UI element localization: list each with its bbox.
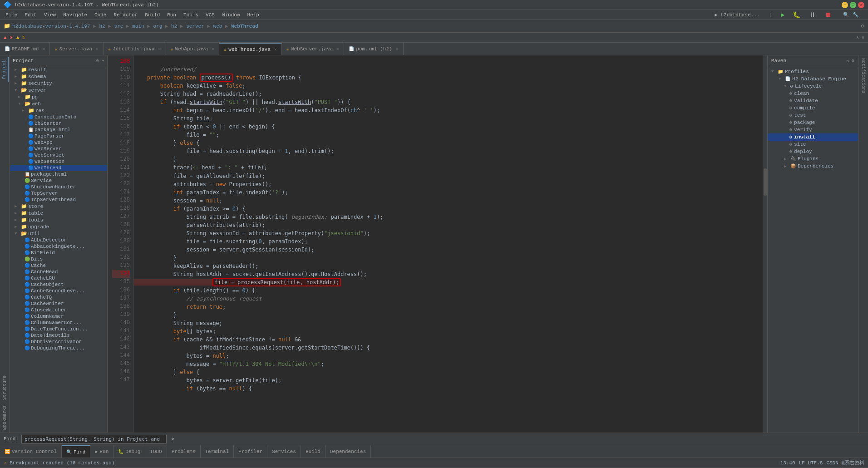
maximize-button[interactable]: □ bbox=[850, 2, 856, 8]
tree-datetimefunction[interactable]: ▶ 🔵 DateTimeFunction... bbox=[10, 326, 107, 332]
warning-count[interactable]: ▲ 1 bbox=[16, 35, 25, 40]
tree-table[interactable]: ▶ 📁 table bbox=[10, 210, 107, 217]
menu-file[interactable]: File bbox=[2, 11, 21, 19]
tree-webserver-node[interactable]: ▶ 🔵 WebServer bbox=[10, 146, 107, 152]
tab-close[interactable]: ✕ bbox=[158, 46, 161, 52]
tab-problems[interactable]: Problems bbox=[167, 445, 201, 458]
scrollbar-thumb[interactable] bbox=[764, 168, 767, 196]
tree-webthread[interactable]: ▶ 🔵 WebThread bbox=[10, 165, 107, 171]
close-button[interactable]: ✕ bbox=[858, 2, 864, 8]
tab-webthread[interactable]: ☕ WebThread.java ✕ bbox=[219, 43, 281, 55]
maven-verify[interactable]: ⚙ verify bbox=[768, 126, 858, 133]
tab-terminal[interactable]: Terminal bbox=[201, 445, 234, 458]
menu-refactor[interactable]: Refactor bbox=[110, 11, 141, 19]
maven-package[interactable]: ⚙ package bbox=[768, 119, 858, 126]
tree-tools[interactable]: ▶ 📁 tools bbox=[10, 217, 107, 223]
project-tab[interactable]: Project bbox=[1, 57, 9, 82]
tab-jdbcutils[interactable]: ☕ JdbcUtils.java ✕ bbox=[104, 43, 166, 55]
tree-columnnamer[interactable]: ▶ 🔵 ColumnNamer bbox=[10, 313, 107, 320]
tree-cachewriter[interactable]: ▶ 🔵 CacheWriter bbox=[10, 301, 107, 307]
error-count[interactable]: ▲ 3 bbox=[4, 35, 13, 40]
maven-compile[interactable]: ⚙ compile bbox=[768, 104, 858, 112]
tree-webservlet[interactable]: ▶ 🔵 WebServlet bbox=[10, 152, 107, 158]
tab-services[interactable]: Services bbox=[267, 445, 301, 458]
maven-install[interactable]: ⚙ install bbox=[768, 133, 858, 141]
tree-result[interactable]: ▶ 📁 result bbox=[10, 66, 107, 73]
find-input[interactable] bbox=[21, 435, 167, 443]
tab-server[interactable]: ☕ Server.java ✕ bbox=[50, 43, 104, 55]
tree-store[interactable]: ▶ 📁 store bbox=[10, 203, 107, 210]
tree-cachehead[interactable]: ▶ 🔵 CacheHead bbox=[10, 269, 107, 275]
menu-edit[interactable]: Edit bbox=[21, 11, 40, 19]
error-nav[interactable]: ∧ ∨ bbox=[856, 35, 864, 40]
tab-profiler[interactable]: Profiler bbox=[234, 445, 267, 458]
maven-deploy[interactable]: ⚙ deploy bbox=[768, 148, 858, 155]
menu-tools[interactable]: Tools bbox=[180, 11, 202, 19]
menu-help[interactable]: Help bbox=[244, 11, 263, 19]
maven-dependencies[interactable]: ▶ 📦 Dependencies bbox=[768, 163, 858, 170]
tree-security[interactable]: ▶ 📁 security bbox=[10, 80, 107, 87]
tree-pg[interactable]: ▶ 📁 pg bbox=[10, 94, 107, 100]
maven-site[interactable]: ⚙ site bbox=[768, 141, 858, 148]
menu-navigate[interactable]: Navigate bbox=[59, 11, 91, 19]
tree-abbalocking[interactable]: ▶ 🔵 AbbaLockingDete... bbox=[10, 243, 107, 250]
menu-run[interactable]: Run bbox=[163, 11, 180, 19]
tab-close[interactable]: ✕ bbox=[96, 46, 99, 52]
code-area[interactable]: 108 109 110 111 112 113 114 115 116 117 … bbox=[108, 55, 767, 433]
tab-webapp[interactable]: ☕ WebApp.java ✕ bbox=[166, 43, 220, 55]
tree-websession[interactable]: ▶ 🔵 WebSession bbox=[10, 158, 107, 165]
tree-debuggingthread[interactable]: ▶ 🔵 DebuggingThreac... bbox=[10, 345, 107, 351]
tree-service[interactable]: ▶ 🟢 Service bbox=[10, 177, 107, 184]
tab-todo[interactable]: TODO bbox=[145, 445, 167, 458]
tree-cachesecond[interactable]: ▶ 🔵 CacheSecondLeve... bbox=[10, 288, 107, 294]
menu-code[interactable]: Code bbox=[91, 11, 110, 19]
tree-pkghtml2[interactable]: ▶ 📋 package.html bbox=[10, 171, 107, 177]
tree-dbstarter[interactable]: ▶ 🔵 DbStarter bbox=[10, 120, 107, 127]
tree-pageparser[interactable]: ▶ 🔵 PageParser bbox=[10, 133, 107, 139]
tree-tcpserver[interactable]: ▶ 🔵 TcpServer bbox=[10, 190, 107, 197]
tab-close[interactable]: ✕ bbox=[274, 47, 277, 52]
tree-schema[interactable]: ▶ 📁 schema bbox=[10, 73, 107, 80]
editor-scrollbar[interactable] bbox=[763, 55, 767, 433]
tree-web[interactable]: ▼ 📂 web bbox=[10, 100, 107, 107]
tree-upgrade[interactable]: ▶ 📁 upgrade bbox=[10, 223, 107, 230]
tree-dbdriveractivator[interactable]: ▶ 🔵 DbDriverActivator bbox=[10, 339, 107, 345]
tab-webserver[interactable]: ☕ WebServer.java ✕ bbox=[282, 43, 344, 55]
maven-profiles[interactable]: ▼ 📁 Profiles bbox=[768, 68, 858, 75]
maven-plugins[interactable]: ▶ 🔌 Plugins bbox=[768, 155, 858, 163]
minimize-button[interactable]: － bbox=[842, 2, 848, 8]
tree-abbadetector[interactable]: ▶ 🔵 AbbaDetector bbox=[10, 237, 107, 243]
maven-clean[interactable]: ⚙ clean bbox=[768, 90, 858, 97]
code-content[interactable]: /unchecked/ private boolean process() th… bbox=[134, 55, 763, 433]
tab-dependencies[interactable]: Dependencies bbox=[326, 445, 371, 458]
tab-debug[interactable]: 🐛 Debug bbox=[113, 445, 145, 458]
menu-view[interactable]: View bbox=[40, 11, 59, 19]
maven-h2db[interactable]: ▼ 📄 H2 Database Engine bbox=[768, 75, 858, 83]
tree-connectioninfo[interactable]: ▶ 🔵 ConnectionInfo bbox=[10, 114, 107, 120]
tab-close[interactable]: ✕ bbox=[42, 46, 45, 52]
tree-server[interactable]: ▼ 📂 server bbox=[10, 87, 107, 94]
notifications-tab[interactable]: Notifications bbox=[860, 55, 867, 96]
tree-cachelru[interactable]: ▶ 🔵 CacheLRU bbox=[10, 275, 107, 281]
menu-window[interactable]: Window bbox=[218, 11, 244, 19]
maven-toolbar-icons[interactable]: ↻ ⚙ bbox=[846, 58, 854, 64]
tree-res[interactable]: ▶ 📁 res bbox=[10, 107, 107, 114]
window-controls[interactable]: － □ ✕ bbox=[842, 2, 864, 8]
tree-cachetq[interactable]: ▶ 🔵 CacheTQ bbox=[10, 294, 107, 301]
bookmarks-tab[interactable]: Bookmarks bbox=[1, 403, 8, 433]
tab-run[interactable]: ▶ Run bbox=[90, 445, 113, 458]
menu-vcs[interactable]: VCS bbox=[202, 11, 218, 19]
tree-shutdownhandler[interactable]: ▶ 🔵 ShutdownHandler bbox=[10, 184, 107, 190]
tree-util[interactable]: ▼ 📂 util bbox=[10, 230, 107, 237]
tab-find[interactable]: 🔍 Find bbox=[62, 445, 90, 458]
maven-validate[interactable]: ⚙ validate bbox=[768, 97, 858, 104]
find-close-icon[interactable]: ✕ bbox=[171, 436, 174, 443]
tree-datetimeutils[interactable]: ▶ 🔵 DateTimeUtils bbox=[10, 332, 107, 339]
tab-build[interactable]: Build bbox=[301, 445, 326, 458]
tab-version-control[interactable]: 🔀 Version Control bbox=[0, 445, 62, 458]
tab-close[interactable]: ✕ bbox=[396, 46, 399, 52]
tree-pkghtml1[interactable]: ▶ 📋 package.html bbox=[10, 127, 107, 133]
settings-icon[interactable]: ⚙ bbox=[861, 23, 864, 30]
tree-columnnamerc[interactable]: ▶ 🔵 ColumnNamerCor... bbox=[10, 320, 107, 326]
panel-settings-icon[interactable]: ⚙ ▾ bbox=[96, 58, 104, 64]
